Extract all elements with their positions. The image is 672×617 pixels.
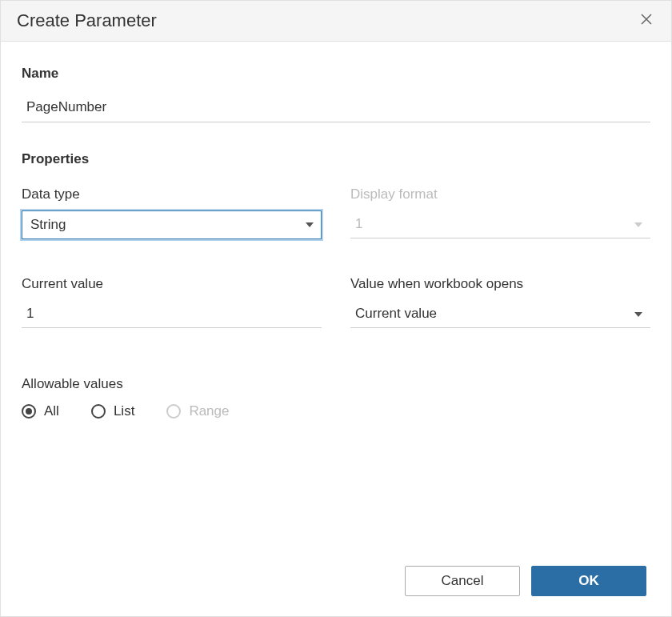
radio-icon bbox=[91, 404, 106, 419]
properties-section: Properties Data type String Display form… bbox=[22, 151, 650, 419]
properties-label: Properties bbox=[22, 151, 650, 167]
display-format-select-wrap: 1 bbox=[350, 210, 650, 238]
create-parameter-dialog: Create Parameter Name Properties Data ty… bbox=[0, 0, 672, 617]
radio-dot-icon bbox=[26, 408, 32, 415]
close-icon bbox=[641, 14, 652, 27]
radio-all-label: All bbox=[44, 403, 59, 419]
allowable-values-label: Allowable values bbox=[22, 376, 650, 392]
radio-list[interactable]: List bbox=[91, 403, 134, 419]
name-input[interactable] bbox=[22, 93, 650, 122]
radio-icon bbox=[166, 404, 181, 419]
value-when-opens-select-wrap: Current value bbox=[350, 300, 650, 328]
radio-icon bbox=[22, 404, 36, 419]
data-type-select[interactable]: String bbox=[22, 210, 322, 239]
current-value-input[interactable] bbox=[22, 300, 322, 328]
value-when-opens-label: Value when workbook opens bbox=[350, 276, 650, 292]
radio-range-label: Range bbox=[189, 403, 229, 419]
dialog-header: Create Parameter bbox=[1, 1, 671, 42]
radio-range: Range bbox=[166, 403, 229, 419]
current-value-label: Current value bbox=[22, 276, 322, 292]
ok-button[interactable]: OK bbox=[531, 566, 646, 596]
row-datatype-displayformat: Data type String Display format 1 bbox=[22, 186, 650, 239]
cancel-button[interactable]: Cancel bbox=[405, 566, 520, 596]
radio-list-label: List bbox=[114, 403, 134, 419]
radio-all[interactable]: All bbox=[22, 403, 59, 419]
close-button[interactable] bbox=[638, 10, 655, 31]
dialog-body: Name Properties Data type String Display… bbox=[1, 42, 671, 435]
display-format-field: Display format 1 bbox=[350, 186, 650, 239]
display-format-label: Display format bbox=[350, 186, 650, 202]
allowable-values-section: Allowable values All List Range bbox=[22, 376, 650, 419]
value-when-opens-select[interactable]: Current value bbox=[350, 300, 650, 328]
data-type-select-wrap: String bbox=[22, 210, 322, 239]
data-type-label: Data type bbox=[22, 186, 322, 202]
row-currentvalue-whenopens: Current value Value when workbook opens … bbox=[22, 276, 650, 328]
current-value-field: Current value bbox=[22, 276, 322, 328]
name-label: Name bbox=[22, 66, 650, 82]
data-type-field: Data type String bbox=[22, 186, 322, 239]
display-format-select: 1 bbox=[350, 210, 650, 238]
dialog-title: Create Parameter bbox=[17, 10, 157, 31]
value-when-opens-field: Value when workbook opens Current value bbox=[350, 276, 650, 328]
dialog-footer: Cancel OK bbox=[405, 566, 646, 596]
allowable-values-radio-group: All List Range bbox=[22, 403, 650, 419]
